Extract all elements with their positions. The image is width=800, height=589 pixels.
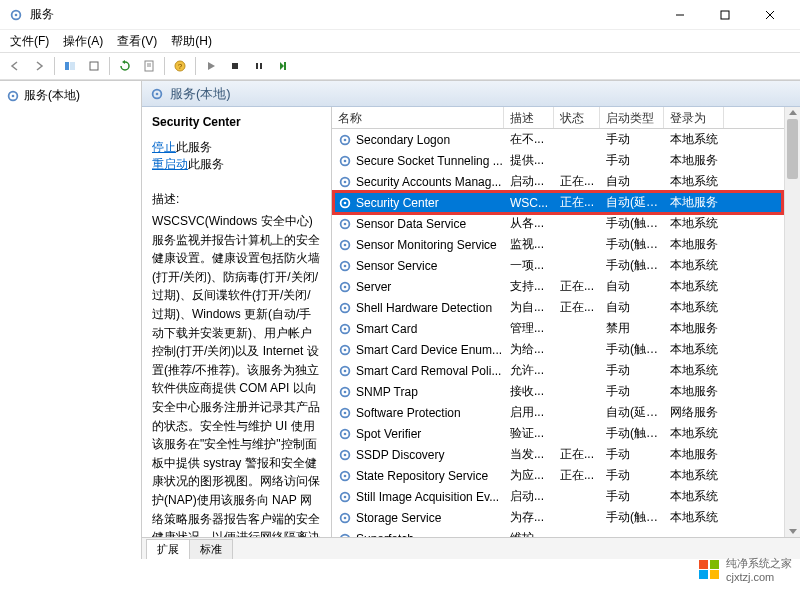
cell-startup: 自动(延迟... — [600, 192, 664, 213]
cell-status — [554, 537, 600, 538]
menu-view[interactable]: 查看(V) — [111, 31, 163, 52]
service-row[interactable]: Security Accounts Manag...启动...正在...自动本地… — [332, 171, 800, 192]
cell-startup: 手动(触发... — [600, 255, 664, 276]
cell-startup: 手动 — [600, 129, 664, 150]
pause-service-button[interactable] — [248, 55, 270, 77]
service-row[interactable]: Spot Verifier验证...手动(触发...本地系统 — [332, 423, 800, 444]
service-row[interactable]: State Repository Service为应...正在...手动本地系统 — [332, 465, 800, 486]
service-row[interactable]: Security CenterWSC...正在...自动(延迟...本地服务 — [332, 192, 800, 213]
cell-logon: 本地服务 — [664, 318, 724, 339]
col-startup[interactable]: 启动类型 — [600, 107, 664, 128]
service-row[interactable]: Server支持...正在...自动本地系统 — [332, 276, 800, 297]
svg-point-1 — [15, 13, 18, 16]
service-row[interactable]: Still Image Acquisition Ev...启动...手动本地系统 — [332, 486, 800, 507]
col-logon[interactable]: 登录为 — [664, 107, 724, 128]
service-row[interactable]: Smart Card Device Enum...为给...手动(触发...本地… — [332, 339, 800, 360]
cell-startup: 手动 — [600, 444, 664, 465]
cell-name: Server — [332, 278, 504, 296]
cell-startup: 手动 — [600, 486, 664, 507]
restart-link[interactable]: 重启动 — [152, 157, 188, 171]
service-row[interactable]: Shell Hardware Detection为自...正在...自动本地系统 — [332, 297, 800, 318]
service-row[interactable]: Sensor Data Service从各...手动(触发...本地系统 — [332, 213, 800, 234]
maximize-button[interactable] — [702, 0, 747, 30]
cell-status — [554, 264, 600, 268]
cell-name: Secondary Logon — [332, 131, 504, 149]
cell-desc: 允许... — [504, 360, 554, 381]
svg-point-37 — [344, 285, 347, 288]
svg-point-51 — [344, 432, 347, 435]
help-button[interactable]: ? — [169, 55, 191, 77]
start-service-button[interactable] — [200, 55, 222, 77]
cell-status: 正在... — [554, 465, 600, 486]
svg-point-21 — [156, 92, 159, 95]
cell-logon: 本地服务 — [664, 234, 724, 255]
cell-logon: 本地系统 — [664, 171, 724, 192]
cell-name: Secure Socket Tunneling ... — [332, 152, 504, 170]
scrollbar-thumb[interactable] — [787, 119, 798, 179]
svg-point-43 — [344, 348, 347, 351]
cell-desc: 验证... — [504, 423, 554, 444]
cell-logon: 本地服务 — [664, 192, 724, 213]
service-row[interactable]: Storage Service为存...手动(触发...本地系统 — [332, 507, 800, 528]
export-button[interactable] — [83, 55, 105, 77]
cell-desc: 当发... — [504, 444, 554, 465]
col-name[interactable]: 名称 — [332, 107, 504, 128]
svg-rect-17 — [284, 62, 286, 70]
vertical-scrollbar[interactable] — [784, 107, 800, 537]
service-row[interactable]: Smart Card Removal Poli...允许...手动本地系统 — [332, 360, 800, 381]
gear-icon — [338, 175, 352, 189]
cell-startup — [600, 537, 664, 538]
cell-status: 正在... — [554, 444, 600, 465]
refresh-button[interactable] — [114, 55, 136, 77]
service-row[interactable]: SNMP Trap接收...手动本地服务 — [332, 381, 800, 402]
forward-button[interactable] — [28, 55, 50, 77]
cell-desc: WSC... — [504, 194, 554, 212]
svg-point-57 — [344, 495, 347, 498]
tab-standard[interactable]: 标准 — [189, 539, 233, 559]
svg-rect-15 — [256, 63, 258, 69]
stop-service-button[interactable] — [224, 55, 246, 77]
restart-service-button[interactable] — [272, 55, 294, 77]
stop-link[interactable]: 停止 — [152, 140, 176, 154]
service-row[interactable]: SSDP Discovery当发...正在...手动本地服务 — [332, 444, 800, 465]
cell-name: State Repository Service — [332, 467, 504, 485]
cell-startup: 手动(触发... — [600, 213, 664, 234]
minimize-button[interactable] — [657, 0, 702, 30]
menu-help[interactable]: 帮助(H) — [165, 31, 218, 52]
service-row[interactable]: Software Protection启用...自动(延迟...网络服务 — [332, 402, 800, 423]
back-button[interactable] — [4, 55, 26, 77]
service-row[interactable]: Secure Socket Tunneling ...提供...手动本地服务 — [332, 150, 800, 171]
svg-point-33 — [344, 243, 347, 246]
service-row[interactable]: Smart Card管理...禁用本地服务 — [332, 318, 800, 339]
service-row[interactable]: Sensor Monitoring Service监视...手动(触发...本地… — [332, 234, 800, 255]
svg-point-49 — [344, 411, 347, 414]
service-row[interactable]: Sensor Service一项...手动(触发...本地系统 — [332, 255, 800, 276]
service-row[interactable]: Secondary Logon在不...手动本地系统 — [332, 129, 800, 150]
cell-desc: 启动... — [504, 171, 554, 192]
tree-root-services[interactable]: 服务(本地) — [4, 85, 137, 106]
cell-status: 正在... — [554, 276, 600, 297]
properties-button[interactable] — [138, 55, 160, 77]
svg-point-25 — [344, 159, 347, 162]
gear-icon — [338, 280, 352, 294]
tab-extended[interactable]: 扩展 — [146, 539, 190, 559]
cell-desc: 维护... — [504, 528, 554, 537]
menu-action[interactable]: 操作(A) — [57, 31, 109, 52]
cell-name: Shell Hardware Detection — [332, 299, 504, 317]
cell-logon: 本地系统 — [664, 360, 724, 381]
menu-file[interactable]: 文件(F) — [4, 31, 55, 52]
show-hide-button[interactable] — [59, 55, 81, 77]
gear-icon — [338, 196, 352, 210]
gear-icon — [338, 427, 352, 441]
cell-status: 正在... — [554, 297, 600, 318]
cell-name: Security Accounts Manag... — [332, 173, 504, 191]
svg-point-23 — [344, 138, 347, 141]
cell-logon: 本地系统 — [664, 297, 724, 318]
cell-startup: 自动 — [600, 276, 664, 297]
service-row[interactable]: Superfetch维护... — [332, 528, 800, 537]
close-button[interactable] — [747, 0, 792, 30]
gear-icon — [338, 364, 352, 378]
col-status[interactable]: 状态 — [554, 107, 600, 128]
cell-name: Security Center — [332, 194, 504, 212]
col-desc[interactable]: 描述 — [504, 107, 554, 128]
